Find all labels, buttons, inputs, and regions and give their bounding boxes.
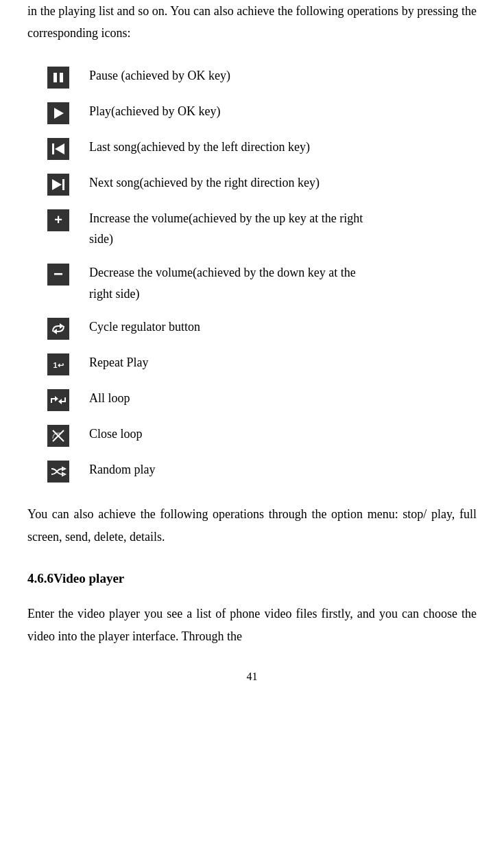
svg-rect-2 (60, 73, 63, 82)
volume-down-line1: Decrease the volume(achieved by the down… (89, 262, 477, 283)
pause-icon-cell (27, 65, 89, 89)
svg-rect-0 (47, 67, 69, 89)
cycle-icon-cell (27, 316, 89, 340)
volume-down-line2: right side) (89, 283, 477, 305)
svg-text:−: − (53, 264, 63, 283)
next-icon (47, 174, 69, 196)
option-menu-text: You can also achieve the following opera… (27, 503, 477, 548)
list-item: Last song(achieved by the left direction… (27, 137, 477, 160)
page-number: 41 (27, 668, 477, 686)
close-loop-label: Close loop (89, 423, 477, 445)
section-body: Enter the video player you see a list of… (27, 603, 477, 647)
play-icon-cell (27, 101, 89, 124)
volume-down-label: Decrease the volume(achieved by the down… (89, 262, 477, 304)
volume-down-icon-cell: − (27, 262, 89, 286)
all-loop-icon-cell (27, 388, 89, 411)
close-loop-icon (47, 425, 69, 447)
prev-icon (47, 138, 69, 160)
close-loop-icon-cell (27, 423, 89, 447)
list-item: Close loop (27, 423, 477, 447)
svg-rect-6 (52, 143, 54, 154)
repeat-label: Repeat Play (89, 352, 477, 373)
prev-icon-cell (27, 137, 89, 160)
cycle-icon (47, 318, 69, 340)
pause-icon (47, 67, 69, 89)
volume-up-icon-cell: + (27, 208, 89, 231)
next-song-label: Next song(achieved by the right directio… (89, 172, 477, 194)
list-item: + Increase the volume(achieved by the up… (27, 208, 477, 250)
svg-rect-26 (47, 461, 69, 483)
svg-rect-9 (62, 179, 64, 190)
last-song-label: Last song(achieved by the left direction… (89, 137, 477, 158)
section-heading: 4.6.6Video player (27, 568, 477, 589)
repeat-icon-cell: 1↩ (27, 352, 89, 375)
random-icon-cell (27, 459, 89, 483)
volume-down-icon: − (47, 264, 69, 286)
random-icon (47, 461, 69, 483)
svg-text:1↩: 1↩ (53, 361, 64, 369)
list-item: All loop (27, 388, 477, 411)
list-item: Play(achieved by OK key) (27, 101, 477, 124)
list-item: Cycle regulator button (27, 316, 477, 340)
next-icon-cell (27, 172, 89, 196)
list-item: Random play (27, 459, 477, 483)
icon-list: Pause (achieved by OK key) Play(achieved… (27, 65, 477, 483)
volume-up-icon: + (47, 209, 69, 231)
play-label: Play(achieved by OK key) (89, 101, 477, 122)
volume-up-line2: side) (89, 229, 477, 250)
repeat-icon: 1↩ (47, 353, 69, 375)
play-icon (47, 102, 69, 124)
pause-label: Pause (achieved by OK key) (89, 65, 477, 86)
intro-text: in the playing list and so on. You can a… (27, 0, 477, 45)
list-item: 1↩ Repeat Play (27, 352, 477, 375)
volume-up-line1: Increase the volume(achieved by the up k… (89, 208, 477, 229)
svg-rect-15 (47, 318, 69, 340)
all-loop-icon (47, 389, 69, 411)
svg-rect-20 (47, 389, 69, 411)
svg-rect-1 (53, 73, 57, 82)
all-loop-label: All loop (89, 388, 477, 409)
random-label: Random play (89, 459, 477, 480)
list-item: Pause (achieved by OK key) (27, 65, 477, 89)
list-item: Next song(achieved by the right directio… (27, 172, 477, 196)
list-item: − Decrease the volume(achieved by the do… (27, 262, 477, 304)
svg-text:+: + (54, 212, 62, 227)
cycle-label: Cycle regulator button (89, 316, 477, 338)
volume-up-label: Increase the volume(achieved by the up k… (89, 208, 477, 250)
